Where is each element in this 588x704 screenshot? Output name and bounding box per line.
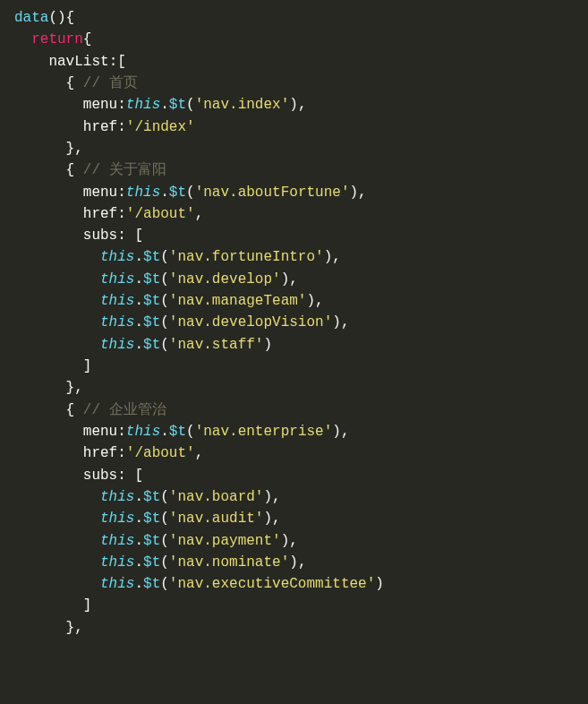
punct-token: , xyxy=(341,314,350,331)
string-token: 'nav.developVision' xyxy=(169,314,332,331)
code-line[interactable]: }, xyxy=(14,377,588,399)
punct-token: : xyxy=(109,54,118,70)
string-token: 'nav.staff' xyxy=(169,337,264,353)
paren-token: () xyxy=(48,10,65,26)
paren-token: ( xyxy=(160,533,169,549)
code-line[interactable]: data(){ xyxy=(14,7,588,29)
text-token xyxy=(14,162,66,178)
brace-token: { xyxy=(66,10,75,26)
punct-token: . xyxy=(134,554,143,571)
code-line[interactable]: }, xyxy=(14,138,588,159)
punct-token: : xyxy=(117,424,126,440)
code-line[interactable]: ] xyxy=(14,595,588,616)
comment-token: // 企业管治 xyxy=(83,402,166,418)
code-line[interactable]: subs: [ xyxy=(14,225,588,246)
code-line[interactable]: href:'/about', xyxy=(14,203,588,225)
punct-token: , xyxy=(315,293,324,309)
text-token xyxy=(14,445,83,461)
paren-token: ( xyxy=(160,314,169,331)
code-line[interactable]: this.$t('nav.board'), xyxy=(14,486,588,508)
paren-token: ) xyxy=(263,337,272,353)
text-token xyxy=(14,554,100,571)
code-line[interactable]: this.$t('nav.payment'), xyxy=(14,530,588,552)
code-line[interactable]: ] xyxy=(14,356,588,377)
brace-token: { xyxy=(83,31,92,47)
paren-token: ( xyxy=(186,424,195,440)
code-line[interactable]: return{ xyxy=(14,29,588,50)
this-token: this xyxy=(100,576,134,592)
code-line[interactable]: this.$t('nav.executiveCommittee') xyxy=(14,573,588,595)
code-line[interactable]: this.$t('nav.fortuneIntro'), xyxy=(14,246,588,268)
method-token: $t xyxy=(143,314,160,331)
code-line[interactable]: this.$t('nav.audit'), xyxy=(14,508,588,529)
method-token: $t xyxy=(143,533,160,549)
text-token xyxy=(14,597,83,614)
text-token xyxy=(14,337,100,353)
code-line[interactable]: this.$t('nav.staff') xyxy=(14,334,588,356)
code-line[interactable]: { // 企业管治 xyxy=(14,399,588,421)
code-line[interactable]: { // 首页 xyxy=(14,73,588,94)
brace-token: { xyxy=(66,75,75,91)
punct-token: : xyxy=(117,97,126,113)
punct-token: : xyxy=(117,206,126,222)
code-line[interactable]: this.$t('nav.develop'), xyxy=(14,269,588,290)
punct-token: : xyxy=(117,185,126,201)
prop-token: subs xyxy=(83,228,117,244)
punct-token: , xyxy=(332,249,341,265)
text-token xyxy=(14,75,66,91)
prop-token: navList xyxy=(48,54,108,70)
this-token: this xyxy=(100,511,134,527)
text-token xyxy=(14,141,66,157)
paren-token: ( xyxy=(186,185,195,201)
code-line[interactable]: this.$t('nav.developVision'), xyxy=(14,312,588,333)
punct-token: . xyxy=(134,576,143,592)
text-token xyxy=(74,75,83,91)
punct-token: , xyxy=(358,185,367,201)
punct-token: . xyxy=(134,489,143,505)
punct-token: , xyxy=(195,445,204,461)
comment-token: // 首页 xyxy=(83,75,138,91)
string-token: '/about' xyxy=(126,445,195,461)
code-line[interactable]: { // 关于富阳 xyxy=(14,159,588,181)
punct-token: : xyxy=(117,445,126,461)
string-token: 'nav.fortuneIntro' xyxy=(169,249,324,265)
code-line[interactable]: menu:this.$t('nav.index'), xyxy=(14,94,588,116)
method-token: $t xyxy=(143,271,160,288)
method-token: $t xyxy=(143,293,160,309)
paren-token: ( xyxy=(160,511,169,527)
this-token: this xyxy=(126,97,160,113)
code-line[interactable]: subs: [ xyxy=(14,465,588,486)
punct-token: , xyxy=(74,141,83,157)
punct-token: . xyxy=(160,185,169,201)
code-line[interactable]: href:'/about', xyxy=(14,442,588,464)
code-line[interactable]: menu:this.$t('nav.enterprise'), xyxy=(14,421,588,442)
this-token: this xyxy=(100,314,134,331)
paren-token: ) xyxy=(263,511,272,527)
punct-token: . xyxy=(134,271,143,288)
code-block: data(){ return{ navList:[ { // 首页 menu:t… xyxy=(14,7,588,639)
this-token: this xyxy=(100,271,134,288)
code-line[interactable]: }, xyxy=(14,617,588,639)
prop-token: menu xyxy=(83,97,117,113)
text-token xyxy=(14,271,100,288)
code-line[interactable]: this.$t('nav.manageTeam'), xyxy=(14,290,588,312)
text-token xyxy=(14,185,83,201)
text-token xyxy=(14,206,83,222)
paren-token: ( xyxy=(160,293,169,309)
prop-token: subs xyxy=(83,468,117,484)
string-token: 'nav.develop' xyxy=(169,271,281,288)
this-token: this xyxy=(126,185,160,201)
code-line[interactable]: href:'/index' xyxy=(14,116,588,138)
paren-token: ) xyxy=(332,424,341,440)
method-token: $t xyxy=(169,185,186,201)
code-line[interactable]: this.$t('nav.nominate'), xyxy=(14,552,588,573)
prop-token: href xyxy=(83,445,117,461)
prop-token: menu xyxy=(83,424,117,440)
text-token xyxy=(14,380,66,396)
method-token: $t xyxy=(143,489,160,505)
string-token: 'nav.aboutFortune' xyxy=(195,185,350,201)
code-line[interactable]: navList:[ xyxy=(14,51,588,73)
code-line[interactable]: menu:this.$t('nav.aboutFortune'), xyxy=(14,182,588,203)
paren-token: ( xyxy=(160,554,169,571)
paren-token: ( xyxy=(160,489,169,505)
